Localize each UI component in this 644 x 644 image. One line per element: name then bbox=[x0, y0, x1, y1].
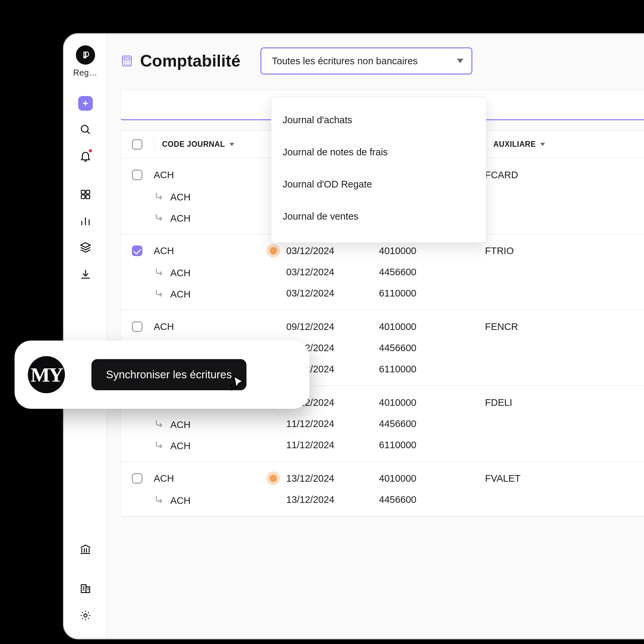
table-row[interactable]: ACH03/12/20244010000FTRIO bbox=[121, 240, 644, 261]
journal-filter-menu: Journal d'achats Journal de notes de fra… bbox=[271, 97, 486, 243]
svg-point-18 bbox=[129, 64, 130, 65]
cell-code: ACH bbox=[154, 493, 260, 506]
cell-code: ACH bbox=[154, 321, 260, 332]
row-checkbox[interactable] bbox=[132, 321, 142, 332]
table-row[interactable]: ACH11/12/20244456600 bbox=[121, 413, 644, 434]
cell-date: 09/12/2024 bbox=[286, 321, 379, 332]
cell-account: 6110000 bbox=[379, 364, 485, 375]
table-group: ACH03/12/20244010000FTRIOACH03/12/202444… bbox=[121, 234, 644, 310]
svg-point-15 bbox=[129, 62, 130, 63]
page-title: Comptabilité bbox=[140, 51, 241, 71]
cell-code: ACH bbox=[154, 473, 260, 484]
cell-code: ACH bbox=[154, 170, 260, 181]
sort-icon bbox=[230, 143, 234, 146]
cell-date: 13/12/2024 bbox=[286, 473, 379, 484]
download-icon[interactable] bbox=[78, 266, 93, 282]
child-arrow-icon bbox=[154, 266, 164, 277]
cell-aux: FENCR bbox=[485, 321, 584, 332]
cell-account: 6110000 bbox=[379, 440, 485, 451]
row-checkbox[interactable] bbox=[132, 473, 142, 484]
child-arrow-icon bbox=[154, 439, 164, 450]
cell-account: 4456600 bbox=[379, 343, 485, 353]
workspace-name: Reg… bbox=[73, 68, 97, 78]
cell-code: ACH bbox=[154, 266, 260, 279]
cell-account: 4456600 bbox=[379, 267, 485, 278]
cell-date: 13/12/2024 bbox=[286, 494, 379, 505]
svg-point-10 bbox=[84, 614, 87, 617]
svg-point-14 bbox=[126, 62, 127, 63]
sort-icon bbox=[540, 143, 545, 146]
company-icon[interactable] bbox=[78, 581, 93, 596]
child-arrow-icon bbox=[154, 288, 164, 298]
col-aux[interactable]: AUXILIARE bbox=[485, 137, 584, 152]
dropdown-selected-label: Toutes les écritures non bancaires bbox=[272, 56, 457, 67]
settings-icon[interactable] bbox=[78, 608, 93, 623]
col-code[interactable]: CODE JOURNAL bbox=[154, 137, 260, 152]
row-checkbox[interactable] bbox=[132, 245, 142, 256]
bank-icon[interactable] bbox=[78, 542, 93, 557]
cell-account: 4010000 bbox=[379, 321, 485, 332]
table-row[interactable]: ACH03/12/20244456600 bbox=[121, 261, 644, 283]
notifications-icon[interactable] bbox=[78, 148, 93, 164]
svg-rect-6 bbox=[81, 195, 85, 199]
cell-aux: FCARD bbox=[485, 170, 584, 181]
table-row[interactable]: ACH11/12/20246110000 bbox=[121, 434, 644, 456]
reports-icon[interactable] bbox=[78, 213, 93, 229]
status-dot bbox=[266, 244, 280, 258]
cell-account: 4456600 bbox=[379, 494, 485, 505]
sidebar: Reg… bbox=[64, 34, 107, 638]
svg-point-3 bbox=[81, 125, 88, 132]
menu-item-achats[interactable]: Journal d'achats bbox=[271, 104, 486, 136]
table-group: ACH13/12/20244010000FVALETACH13/12/20244… bbox=[121, 462, 644, 516]
table-row[interactable]: ACH13/12/20244010000FVALET bbox=[121, 468, 644, 489]
menu-item-ndf[interactable]: Journal de notes de frais bbox=[271, 136, 486, 168]
cell-aux: FTRIO bbox=[485, 245, 584, 256]
svg-point-13 bbox=[124, 62, 125, 63]
menu-item-ventes[interactable]: Journal de ventes bbox=[271, 200, 486, 233]
cell-date: 11/12/2024 bbox=[286, 418, 379, 429]
calculator-icon bbox=[120, 54, 134, 68]
search-icon[interactable] bbox=[78, 122, 93, 137]
child-arrow-icon bbox=[154, 494, 164, 505]
apps-icon[interactable] bbox=[78, 187, 93, 202]
svg-point-17 bbox=[126, 64, 127, 65]
cell-code: ACH bbox=[154, 211, 260, 224]
layers-icon[interactable] bbox=[78, 240, 93, 255]
cell-date: 03/12/2024 bbox=[286, 267, 379, 278]
table-row[interactable]: ACH03/12/20246110000 bbox=[121, 283, 644, 304]
svg-rect-0 bbox=[84, 53, 85, 54]
sync-button[interactable]: Synchroniser les écritures bbox=[91, 359, 246, 390]
row-checkbox[interactable] bbox=[132, 170, 142, 180]
svg-rect-12 bbox=[124, 58, 130, 60]
cell-account: 4010000 bbox=[379, 245, 485, 256]
add-button[interactable] bbox=[78, 96, 93, 111]
menu-item-od[interactable]: Journal d'OD Regate bbox=[271, 168, 486, 200]
cell-date: 03/12/2024 bbox=[286, 245, 379, 256]
app-window: Reg… bbox=[63, 33, 644, 639]
cell-code: ACH bbox=[154, 190, 260, 203]
cell-account: 4010000 bbox=[379, 473, 485, 484]
content-area: Comptabilité Toutes les écritures non ba… bbox=[107, 34, 644, 638]
cell-code: ACH bbox=[154, 439, 260, 452]
svg-rect-7 bbox=[86, 195, 89, 199]
child-arrow-icon bbox=[154, 190, 164, 201]
table-row[interactable]: ACH13/12/20244456600 bbox=[121, 489, 644, 510]
child-arrow-icon bbox=[154, 418, 164, 429]
svg-point-16 bbox=[124, 64, 125, 65]
svg-rect-2 bbox=[84, 55, 85, 56]
cell-code: ACH bbox=[154, 287, 260, 300]
workspace-switcher[interactable]: Reg… bbox=[73, 45, 97, 78]
child-arrow-icon bbox=[154, 212, 164, 222]
cursor-icon bbox=[228, 374, 248, 395]
select-all-checkbox[interactable] bbox=[132, 139, 142, 150]
notification-dot bbox=[88, 148, 93, 153]
cell-aux: FDELI bbox=[485, 397, 584, 408]
journal-filter-dropdown[interactable]: Toutes les écritures non bancaires bbox=[260, 47, 472, 75]
cell-date: 03/12/2024 bbox=[286, 288, 379, 299]
cell-code: ACH bbox=[154, 245, 260, 256]
cell-account: 4456600 bbox=[379, 418, 485, 429]
chevron-down-icon bbox=[457, 59, 463, 63]
table-row[interactable]: ACH09/12/20244010000FENCR bbox=[121, 316, 644, 337]
cell-account: 4010000 bbox=[379, 397, 485, 408]
sync-tooltip-card: MY Synchroniser les écritures bbox=[15, 341, 309, 409]
